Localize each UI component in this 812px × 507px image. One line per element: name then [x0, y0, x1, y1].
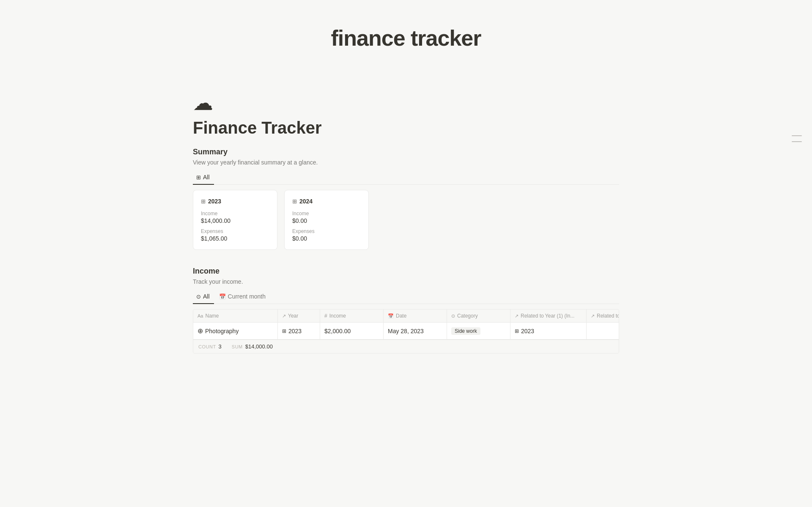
control-bar-2: [792, 141, 802, 142]
row-income-value: $2,000.00: [324, 328, 351, 334]
td-income: $2,000.00: [320, 323, 384, 339]
th-category: ⊙ Category: [447, 310, 510, 322]
row-related1-db-icon: ⊞: [515, 328, 519, 334]
td-year: ⊞ 2023: [278, 323, 320, 339]
row-name-value: Photography: [205, 328, 239, 334]
sum-value: $14,000.00: [245, 343, 273, 350]
card-income-value-2023: $14,000.00: [201, 217, 268, 224]
control-bar-1: [792, 135, 802, 136]
income-tab-all[interactable]: ⊙ All: [193, 291, 214, 304]
card-income-label-2023: Income: [201, 211, 268, 217]
income-tab-current-month-label: Current month: [228, 293, 266, 300]
page-title: finance tracker: [331, 26, 481, 50]
th-date: 📅 Date: [384, 310, 447, 322]
table-row[interactable]: ⊕ Photography ⊞ 2023 $2,000.00 May 28, 2…: [193, 323, 619, 340]
row-related1-value: 2023: [521, 328, 534, 334]
th-date-icon: 📅: [388, 313, 394, 319]
page-title-bar: finance tracker: [0, 0, 812, 68]
row-category-tag: Side work: [451, 327, 480, 335]
td-name: ⊕ Photography: [193, 323, 278, 339]
summary-card-2023: ⊞ 2023 Income $14,000.00 Expenses $1,065…: [193, 190, 277, 250]
card-income-value-2024: $0.00: [292, 217, 359, 224]
row-date-value: May 28, 2023: [388, 328, 424, 334]
th-name-icon: Aa: [198, 313, 203, 318]
row-year-value: 2023: [288, 328, 302, 334]
page-heading: Finance Tracker: [193, 118, 619, 137]
sum-label: SUM: [232, 344, 243, 349]
card-expenses-label-2024: Expenses: [292, 228, 359, 234]
td-category: Side work: [447, 323, 510, 339]
td-date: May 28, 2023: [384, 323, 447, 339]
income-table: Aa Name ↗ Year # Income 📅 Date ⊙ Cate: [193, 309, 619, 354]
th-related2-icon: ↗: [591, 313, 595, 319]
row-name-icon: ⊕: [198, 327, 203, 335]
summary-title: Summary: [193, 148, 619, 156]
income-tab-current-month[interactable]: 📅 Current month: [216, 291, 270, 304]
th-year-icon: ↗: [282, 313, 286, 319]
income-desc: Track your income.: [193, 278, 619, 285]
card-income-label-2024: Income: [292, 211, 359, 217]
th-income-icon: #: [324, 313, 327, 319]
income-tab-row: ⊙ All 📅 Current month: [193, 291, 619, 304]
summary-cards-row: ⊞ 2023 Income $14,000.00 Expenses $1,065…: [193, 190, 619, 250]
summary-card-2024: ⊞ 2024 Income $0.00 Expenses $0.00: [284, 190, 369, 250]
summary-tab-all[interactable]: ⊞ All: [193, 172, 214, 185]
th-related1-icon: ↗: [515, 313, 518, 319]
footer-count: COUNT 3: [198, 343, 222, 350]
income-title: Income: [193, 267, 619, 276]
th-related2: ↗ Related to Year (1) (In...: [587, 310, 619, 322]
income-calendar-icon: 📅: [219, 293, 226, 300]
right-controls: [792, 135, 802, 142]
page-icon: ☁: [193, 93, 619, 113]
th-name: Aa Name: [193, 310, 278, 322]
td-related2: [587, 323, 619, 339]
tab-all-label: All: [203, 174, 210, 181]
row-year-db-icon: ⊞: [282, 328, 286, 334]
income-tab-all-label: All: [203, 293, 210, 300]
summary-section: Summary View your yearly financial summa…: [193, 148, 619, 250]
count-label: COUNT: [198, 344, 216, 349]
th-related1: ↗ Related to Year (1) (In...: [510, 310, 587, 322]
card-year-2024: 2024: [299, 198, 313, 205]
table-footer: COUNT 3 SUM $14,000.00: [193, 340, 619, 353]
summary-desc: View your yearly financial summary at a …: [193, 159, 619, 166]
td-related1: ⊞ 2023: [510, 323, 587, 339]
table-icon: ⊞: [196, 174, 201, 181]
card-db-icon-2024: ⊞: [292, 198, 297, 205]
card-year-row-2023: ⊞ 2023: [201, 198, 268, 205]
th-category-icon: ⊙: [451, 313, 455, 319]
income-section: Income Track your income. ⊙ All 📅 Curren…: [193, 267, 619, 354]
card-expenses-value-2024: $0.00: [292, 235, 359, 242]
card-year-row-2024: ⊞ 2024: [292, 198, 359, 205]
card-expenses-value-2023: $1,065.00: [201, 235, 268, 242]
th-year: ↗ Year: [278, 310, 320, 322]
card-db-icon-2023: ⊞: [201, 198, 206, 205]
count-value: 3: [219, 343, 222, 350]
footer-sum: SUM $14,000.00: [232, 343, 273, 350]
th-income: # Income: [320, 310, 384, 322]
card-expenses-label-2023: Expenses: [201, 228, 268, 234]
summary-tab-row: ⊞ All: [193, 172, 619, 185]
income-table-header: Aa Name ↗ Year # Income 📅 Date ⊙ Cate: [193, 310, 619, 323]
income-all-icon: ⊙: [196, 293, 201, 300]
card-year-2023: 2023: [208, 198, 221, 205]
